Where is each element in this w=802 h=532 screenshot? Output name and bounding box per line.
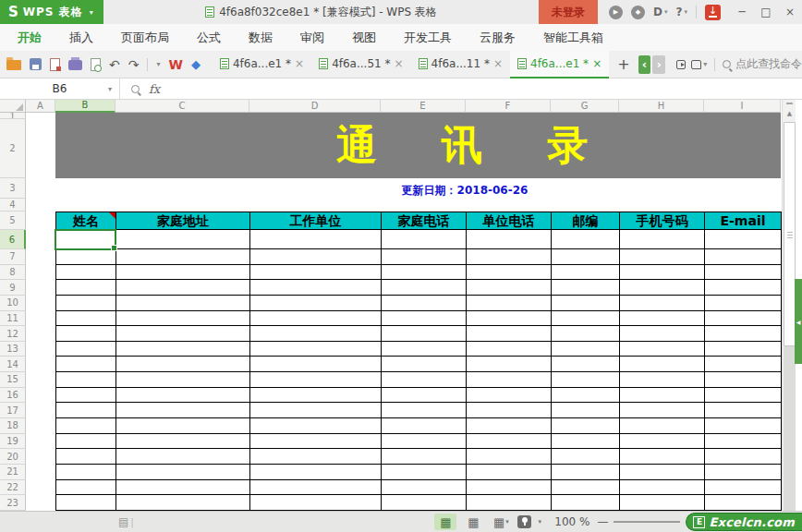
grid-cell[interactable] bbox=[56, 495, 116, 510]
grid-cell[interactable] bbox=[705, 280, 782, 295]
menu-tab[interactable]: 智能工具箱 bbox=[529, 24, 617, 51]
column-header-c[interactable]: C bbox=[115, 100, 249, 113]
grid-cell[interactable] bbox=[56, 311, 116, 326]
grid-cell[interactable] bbox=[116, 230, 250, 248]
grid-cell[interactable] bbox=[116, 388, 250, 403]
prev-tab-button[interactable]: ‹ bbox=[638, 55, 651, 74]
grid-cell[interactable] bbox=[116, 449, 250, 464]
row-header-21[interactable]: 21 bbox=[0, 465, 26, 480]
grid-cell[interactable] bbox=[552, 480, 620, 495]
grid-cell[interactable] bbox=[467, 449, 552, 464]
grid-cell[interactable] bbox=[467, 480, 552, 495]
grid-cell[interactable] bbox=[552, 326, 620, 341]
menu-tab[interactable]: 开发工具 bbox=[390, 24, 466, 51]
grid-cell[interactable] bbox=[56, 480, 116, 495]
docer-menu[interactable]: D ▾ bbox=[653, 6, 667, 18]
tab-close-icon[interactable]: × bbox=[395, 58, 404, 69]
side-panel-toggle[interactable]: ◀ bbox=[795, 279, 802, 364]
grid-cell[interactable] bbox=[705, 342, 782, 357]
grid-cell[interactable] bbox=[56, 434, 116, 449]
skin-icon[interactable]: ▶ bbox=[609, 6, 623, 19]
grid-cell[interactable] bbox=[552, 357, 620, 371]
grid-cell[interactable] bbox=[552, 495, 620, 510]
grid-cell[interactable] bbox=[250, 480, 382, 495]
wps-w-icon[interactable]: W bbox=[168, 57, 182, 72]
grid-cell[interactable] bbox=[116, 280, 250, 295]
grid-cell[interactable] bbox=[552, 388, 620, 403]
row-header-7[interactable]: 7 bbox=[0, 249, 26, 265]
grid-cell[interactable] bbox=[620, 342, 705, 357]
row-header-22[interactable]: 22 bbox=[0, 480, 26, 496]
upgrade-icon[interactable]: ◆ bbox=[631, 6, 645, 19]
menu-tab[interactable]: 开始 bbox=[4, 24, 55, 51]
grid-cell[interactable] bbox=[705, 230, 782, 248]
grid-cell[interactable] bbox=[705, 357, 782, 371]
grid-cell[interactable] bbox=[382, 311, 467, 326]
row-header-18[interactable]: 18 bbox=[0, 418, 26, 434]
grid-cell[interactable] bbox=[116, 495, 250, 510]
next-tab-button[interactable]: › bbox=[652, 55, 665, 74]
scrollbar-track[interactable] bbox=[784, 346, 796, 511]
share-icon[interactable]: ▾ bbox=[691, 60, 707, 69]
wps-logo[interactable]: S WPS 表格 ▾ bbox=[0, 0, 103, 24]
grid-cell[interactable] bbox=[56, 296, 116, 310]
grid-cell[interactable] bbox=[382, 296, 467, 310]
column-header-e[interactable]: E bbox=[381, 100, 466, 113]
grid-cell[interactable] bbox=[56, 465, 116, 479]
minimize-button[interactable]: ─ bbox=[730, 0, 754, 24]
grid-cell[interactable] bbox=[382, 495, 467, 510]
grid-cell[interactable] bbox=[467, 296, 552, 310]
grid-cell[interactable] bbox=[250, 434, 382, 449]
grid-cell[interactable] bbox=[56, 326, 116, 341]
grid-cell[interactable] bbox=[552, 418, 620, 433]
grid-cell[interactable] bbox=[705, 434, 782, 449]
row-header-13[interactable]: 13 bbox=[0, 342, 26, 357]
grid-cell[interactable] bbox=[382, 342, 467, 357]
grid-cell[interactable] bbox=[467, 357, 552, 371]
grid-cell[interactable] bbox=[620, 418, 705, 433]
row-header-8[interactable]: 8 bbox=[0, 265, 26, 281]
grid-cell[interactable] bbox=[56, 230, 116, 248]
row-header-1[interactable]: 1 bbox=[0, 113, 26, 119]
print-preview-icon[interactable] bbox=[91, 58, 101, 71]
grid-cell[interactable] bbox=[382, 449, 467, 464]
grid-cell[interactable] bbox=[467, 249, 552, 264]
grid-cell[interactable] bbox=[116, 326, 250, 341]
export-pdf-icon[interactable] bbox=[50, 58, 60, 71]
row-header-6[interactable]: 6 bbox=[0, 230, 26, 249]
download-icon[interactable]: ↓ bbox=[705, 5, 721, 20]
grid-cell[interactable] bbox=[705, 418, 782, 433]
grid-cell[interactable] bbox=[552, 465, 620, 479]
row-header-20[interactable]: 20 bbox=[0, 449, 26, 465]
grid-cell[interactable] bbox=[467, 311, 552, 326]
select-all-corner[interactable] bbox=[0, 100, 26, 113]
column-header-h[interactable]: H bbox=[619, 100, 704, 113]
grid-cell[interactable] bbox=[705, 372, 782, 387]
grid-cell[interactable] bbox=[467, 342, 552, 357]
new-tab-button[interactable]: + bbox=[609, 55, 638, 73]
grid-cell[interactable] bbox=[467, 265, 552, 280]
save-icon[interactable] bbox=[30, 58, 42, 70]
grid-cell[interactable] bbox=[467, 403, 552, 417]
docer-cube-icon[interactable]: ◆ bbox=[191, 57, 200, 71]
command-search[interactable]: 点此查找命令 bbox=[723, 56, 802, 72]
document-tab[interactable]: 4f6a...11 *× bbox=[411, 51, 510, 79]
grid-cell[interactable] bbox=[56, 372, 116, 387]
eye-protect-dropdown[interactable]: ▾ bbox=[534, 514, 545, 530]
grid-cell[interactable] bbox=[467, 418, 552, 433]
grid-cell[interactable] bbox=[382, 326, 467, 341]
grid-cell[interactable] bbox=[250, 296, 382, 310]
row-header-15[interactable]: 15 bbox=[0, 372, 26, 388]
screen-switch-icon[interactable] bbox=[676, 60, 686, 69]
normal-view-button[interactable]: ▦ bbox=[434, 514, 456, 530]
grid-cell[interactable] bbox=[56, 280, 116, 295]
help-menu[interactable]: ? ▾ bbox=[676, 6, 687, 18]
grid-cell[interactable] bbox=[620, 230, 705, 248]
row-header-2[interactable]: 2 bbox=[0, 119, 26, 178]
grid-cell[interactable] bbox=[620, 296, 705, 310]
split-handle[interactable] bbox=[786, 103, 793, 104]
grid-cell[interactable] bbox=[552, 403, 620, 417]
menu-tab[interactable]: 公式 bbox=[183, 24, 235, 51]
vertical-scrollbar[interactable]: ▲ bbox=[782, 100, 796, 511]
grid-cell[interactable] bbox=[382, 357, 467, 371]
